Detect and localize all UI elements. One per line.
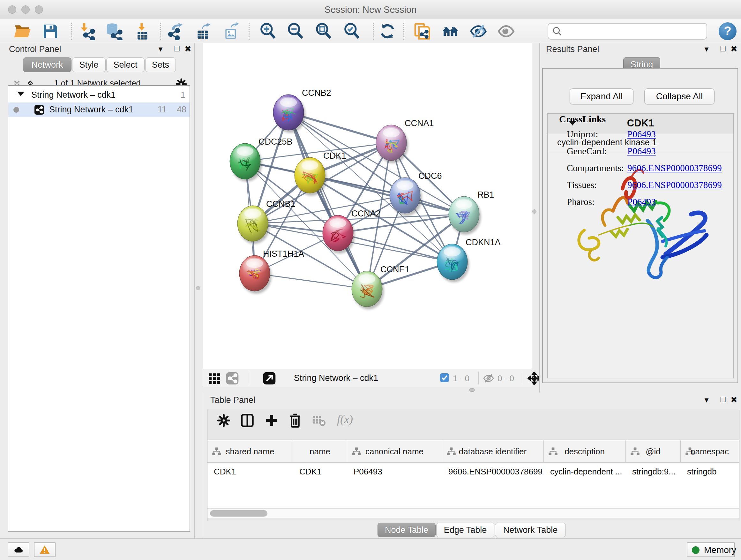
zoom-selected-icon[interactable]: [343, 22, 361, 40]
maximize-panel-icon[interactable]: ❑: [718, 44, 728, 55]
copy-string-network-icon[interactable]: [413, 22, 431, 40]
grid-view-icon[interactable]: [208, 372, 221, 385]
open-session-icon[interactable]: [13, 22, 31, 40]
network-canvas[interactable]: CCNB2CCNA1CDC25BCDK1CDC6RB1CCNB1CCNA2CDK…: [203, 43, 532, 369]
crosslink-link[interactable]: P06493: [627, 146, 656, 157]
expand-all-button[interactable]: Expand All: [569, 88, 633, 105]
crosslink-link[interactable]: 9606.ENSP00000378699: [627, 180, 722, 190]
help-button[interactable]: ?: [719, 22, 737, 40]
table-cell[interactable]: CDK1: [207, 463, 293, 482]
column-header-database-identifier[interactable]: database identifier: [442, 440, 544, 462]
network-row-selected[interactable]: String Network – cdk1 11 48: [8, 103, 190, 117]
network-node-HIST1H1A[interactable]: [239, 255, 272, 294]
function-builder-icon[interactable]: f(x): [337, 413, 353, 426]
crosslink-row: Pharos: P06493: [567, 197, 726, 213]
network-node-CCNB2[interactable]: [273, 95, 306, 133]
network-node-CCNB1[interactable]: [238, 206, 270, 244]
table-cell[interactable]: cyclin-dependent ...: [544, 463, 626, 482]
network-node-CCNA1[interactable]: [376, 125, 408, 163]
close-panel-icon[interactable]: ✖: [729, 395, 739, 406]
column-header-shared-name[interactable]: shared name: [207, 440, 293, 462]
table-cell[interactable]: CDK1: [293, 463, 347, 482]
export-image-icon[interactable]: [222, 22, 240, 40]
tab-network-table[interactable]: Network Table: [495, 523, 566, 537]
network-node-CDKN1A[interactable]: [437, 244, 469, 282]
table-options-gear-icon[interactable]: [216, 413, 231, 428]
save-session-icon[interactable]: [42, 22, 59, 40]
zoom-fit-icon[interactable]: [315, 22, 333, 40]
zoom-in-icon[interactable]: [259, 22, 277, 40]
create-column-plus-icon[interactable]: [264, 413, 279, 428]
node-table[interactable]: shared namenamecanonical namedatabase id…: [207, 440, 739, 508]
show-columns-icon[interactable]: [240, 413, 255, 428]
table-horizontal-scrollbar[interactable]: [207, 508, 739, 518]
network-node-CDC25B[interactable]: [230, 143, 262, 182]
column-header-canonical-name[interactable]: canonical name: [347, 440, 442, 462]
show-all-eye-icon[interactable]: [497, 22, 515, 40]
maximize-panel-icon[interactable]: ❑: [172, 44, 182, 55]
string-network-graph[interactable]: CCNB2CCNA1CDC25BCDK1CDC6RB1CCNB1CCNA2CDK…: [203, 43, 532, 369]
column-label: name: [293, 447, 347, 456]
memory-button[interactable]: Memory: [687, 543, 735, 557]
table-cell[interactable]: stringdb:9...: [626, 463, 681, 482]
detach-view-icon[interactable]: [263, 372, 276, 385]
pan-move-icon[interactable]: [528, 372, 541, 385]
import-table-file-icon[interactable]: [133, 22, 151, 40]
tab-sets[interactable]: Sets: [145, 57, 176, 72]
tab-select[interactable]: Select: [106, 57, 145, 72]
import-network-database-icon[interactable]: [105, 22, 123, 40]
crosslink-link[interactable]: P06493: [627, 129, 656, 139]
network-collection-row[interactable]: String Network – cdk1 1: [8, 88, 190, 103]
string-home-icon[interactable]: [441, 22, 459, 40]
export-network-icon[interactable]: [166, 22, 185, 40]
refresh-icon[interactable]: [379, 22, 396, 40]
left-splitter-handle[interactable]: [196, 286, 200, 290]
hide-selected-eye-icon[interactable]: [469, 22, 487, 40]
crosslink-label: Compartments:: [567, 163, 624, 173]
column-header-namespac[interactable]: namespac: [681, 440, 739, 462]
warnings-button[interactable]: [34, 543, 56, 557]
table-cell[interactable]: P06493: [347, 463, 442, 482]
search-input[interactable]: [548, 23, 707, 40]
float-panel-icon[interactable]: ▾: [701, 44, 712, 55]
import-network-file-icon[interactable]: [78, 22, 96, 40]
hidden-eye-slash-icon[interactable]: [483, 373, 494, 384]
tab-style[interactable]: Style: [72, 57, 106, 72]
delete-table-icon[interactable]: [312, 413, 326, 428]
table-cell[interactable]: 9606.ENSP00000378699: [442, 463, 544, 482]
maximize-panel-icon[interactable]: ❑: [718, 395, 728, 406]
cloud-status-button[interactable]: [8, 543, 29, 557]
column-header--id[interactable]: @id: [626, 440, 681, 462]
tab-network[interactable]: Network: [23, 57, 71, 72]
collection-expand-arrow-icon[interactable]: [17, 91, 24, 96]
export-table-icon[interactable]: [195, 22, 212, 40]
network-node-RB1[interactable]: [449, 196, 481, 235]
selected-checkbox-icon[interactable]: [440, 373, 449, 382]
network-node-CCNE1[interactable]: [352, 271, 384, 309]
network-view-mode-icon[interactable]: [226, 372, 239, 385]
bottom-splitter-handle[interactable]: [469, 388, 475, 392]
node-label-CDKN1A: CDKN1A: [466, 238, 501, 247]
network-node-CDC6[interactable]: [390, 178, 422, 216]
table-cell[interactable]: stringdb: [681, 463, 739, 482]
scrollbar-thumb[interactable]: [210, 510, 267, 516]
delete-column-trash-icon[interactable]: [288, 413, 302, 428]
crosslink-label: Tissues:: [567, 180, 597, 190]
zoom-out-icon[interactable]: [286, 22, 305, 40]
tab-edge-table[interactable]: Edge Table: [436, 523, 494, 537]
collapse-all-button[interactable]: Collapse All: [644, 88, 715, 105]
close-panel-icon[interactable]: ✖: [183, 44, 193, 55]
close-panel-icon[interactable]: ✖: [729, 44, 739, 55]
float-panel-icon[interactable]: ▾: [155, 44, 166, 55]
float-panel-icon[interactable]: ▾: [701, 395, 712, 406]
memory-status-dot: [692, 546, 699, 554]
column-header-description[interactable]: description: [544, 440, 626, 462]
network-view-title: String Network – cdk1: [294, 373, 378, 383]
crosslink-link[interactable]: 9606.ENSP00000378699: [627, 163, 722, 173]
column-header-name[interactable]: name: [293, 440, 347, 462]
right-splitter-handle[interactable]: [532, 209, 536, 213]
crosslink-link[interactable]: P06493: [627, 197, 656, 207]
results-panel: Results Panel ▾ ❑ ✖ String Expand All Co…: [539, 43, 741, 393]
network-node-CDK1[interactable]: [294, 158, 327, 196]
tab-node-table[interactable]: Node Table: [378, 523, 435, 537]
